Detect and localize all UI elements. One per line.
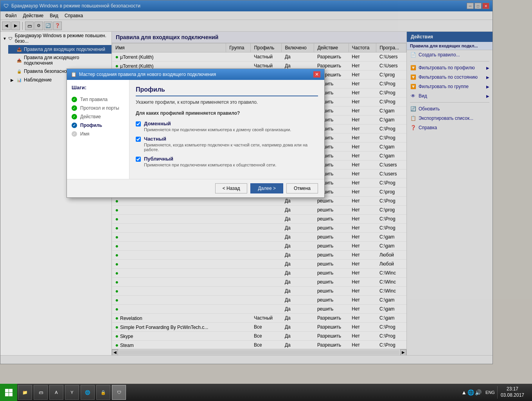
steps-heading: Шаги: — [72, 85, 124, 90]
step-label-4: Имя — [80, 131, 89, 137]
taskbar: 📁🗃AY🌐🔒🛡 ▲ 🌐 🔊 ENG 23:17 03.08.2017 — [0, 384, 532, 401]
checkbox-desc-1: Применяется, когда компьютер подключен к… — [144, 143, 318, 152]
step-label-2: Действие — [80, 114, 101, 119]
step-dot-2 — [72, 114, 77, 119]
taskbar-item-5[interactable]: 🔒 — [96, 385, 110, 400]
dialog-close-button[interactable]: ✕ — [313, 71, 320, 78]
step-label-0: Тип правила — [80, 97, 108, 102]
checkbox-item-1: Частный Применяется, когда компьютер под… — [136, 136, 318, 152]
clock-time: 23:17 — [501, 386, 524, 392]
step-dot-3 — [72, 123, 77, 128]
checkbox-item-2: Публичный Применяется при подключении ко… — [136, 156, 318, 167]
svg-rect-1 — [9, 389, 13, 392]
dialog-step-3: Профиль — [72, 121, 124, 130]
network-icon: 🌐 — [467, 389, 474, 396]
taskbar-item-1[interactable]: 🗃 — [34, 385, 48, 400]
sys-tray: ENG — [483, 390, 497, 395]
lang-indicator[interactable]: ENG — [485, 390, 495, 395]
checkbox-label-1: Частный Применяется, когда компьютер под… — [144, 136, 318, 152]
taskbar-items: 📁🗃AY🌐🔒🛡 — [17, 384, 127, 401]
step-dot-1 — [72, 105, 77, 111]
svg-rect-0 — [5, 389, 9, 392]
checkbox-label-2: Публичный Применяется при подключении ко… — [144, 156, 277, 167]
taskbar-right: ▲ 🌐 🔊 ENG 23:17 03.08.2017 — [460, 386, 532, 398]
dialog-title-text: Мастер создания правила для нового входя… — [79, 72, 216, 77]
sound-icon: 🔊 — [475, 389, 482, 396]
checkbox-title-2: Публичный — [144, 156, 173, 162]
dialog-step-4: Имя — [72, 130, 124, 138]
dialog-overlay: 📋 Мастер создания правила для нового вхо… — [0, 0, 532, 401]
dialog-question: Для каких профилей применяется правило? — [136, 110, 318, 116]
dialog-step-1: Протокол и порты — [72, 104, 124, 112]
dialog-section-header: Профиль — [136, 86, 318, 96]
back-button[interactable]: < Назад — [215, 183, 248, 193]
checkbox-title-0: Доменный — [144, 121, 171, 126]
clock-date: 03.08.2017 — [501, 392, 524, 399]
dialog-content: Шаги: Тип правила Протокол и порты Дейст… — [67, 80, 324, 179]
notif-up-arrow[interactable]: ▲ — [461, 389, 467, 396]
checkbox-0[interactable] — [136, 121, 141, 126]
checkbox-1[interactable] — [136, 137, 141, 142]
dialog-step-0: Тип правила — [72, 95, 124, 104]
svg-rect-3 — [9, 393, 13, 396]
checkbox-label-0: Доменный Применяется при подключении ком… — [144, 121, 291, 132]
dialog-footer: < Назад Далее > Отмена — [67, 179, 324, 197]
cancel-button[interactable]: Отмена — [286, 183, 318, 193]
dialog-main-content: Профиль Укажите профили, к которым приме… — [129, 80, 324, 179]
taskbar-item-3[interactable]: Y — [65, 385, 79, 400]
steps-list: Тип правила Протокол и порты Действие Пр… — [72, 95, 124, 138]
next-button[interactable]: Далее > — [250, 183, 283, 193]
taskbar-item-0[interactable]: 📁 — [18, 385, 32, 400]
checkbox-desc-2: Применяется при подключении компьютера к… — [144, 163, 277, 167]
profile-checkboxes: Доменный Применяется при подключении ком… — [136, 121, 318, 167]
dialog-steps-panel: Шаги: Тип правила Протокол и порты Дейст… — [67, 80, 129, 179]
checkbox-title-1: Частный — [144, 136, 166, 142]
step-label-3: Профиль — [80, 123, 102, 128]
step-dot-4 — [72, 131, 77, 137]
notification-area: ▲ 🌐 🔊 — [460, 389, 483, 396]
step-dot-0 — [72, 97, 77, 102]
checkbox-item-0: Доменный Применяется при подключении ком… — [136, 121, 318, 132]
clock[interactable]: 23:17 03.08.2017 — [497, 386, 527, 398]
taskbar-item-2[interactable]: A — [49, 385, 63, 400]
taskbar-item-4[interactable]: 🌐 — [81, 385, 95, 400]
dialog-step-2: Действие — [72, 112, 124, 121]
step-label-1: Протокол и порты — [80, 105, 119, 111]
dialog-title-bar: 📋 Мастер создания правила для нового вхо… — [67, 69, 324, 80]
dialog-description: Укажите профили, к которым применяется э… — [136, 99, 318, 105]
start-button[interactable] — [0, 384, 17, 401]
checkbox-desc-0: Применяется при подключении компьютера к… — [144, 127, 291, 132]
new-rule-dialog: 📋 Мастер создания правила для нового вхо… — [66, 69, 325, 198]
svg-rect-2 — [5, 393, 9, 396]
dialog-icon: 📋 — [71, 72, 77, 77]
taskbar-item-6[interactable]: 🛡 — [112, 385, 126, 400]
checkbox-2[interactable] — [136, 157, 141, 162]
